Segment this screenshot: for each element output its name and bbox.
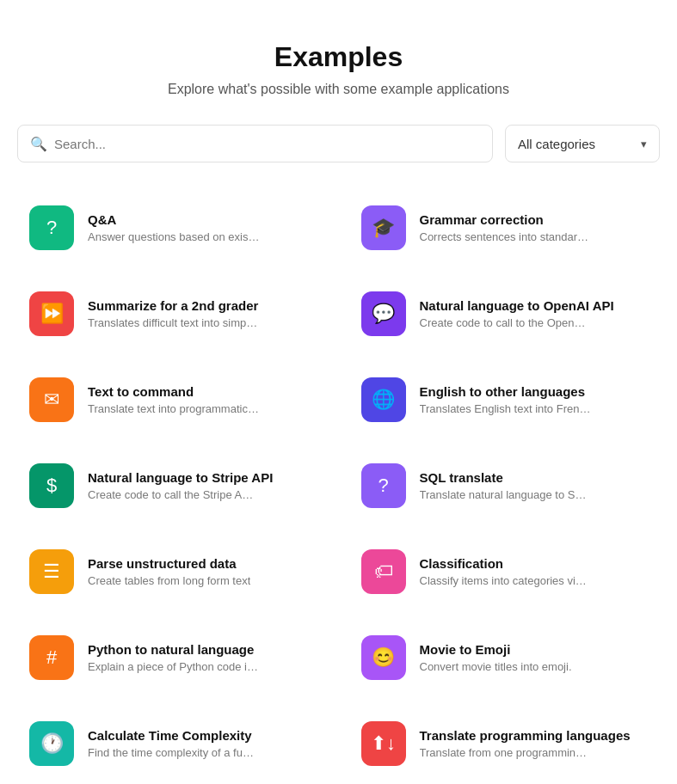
example-card-translate-prog[interactable]: ⬆↓Translate programming languagesTransla…	[349, 706, 661, 781]
category-filter-dropdown[interactable]: All categories ▾	[505, 125, 660, 162]
example-desc-nl-openai: Create code to call to the OpenAI API us…	[420, 316, 592, 329]
example-title-python-nl: Python to natural language	[88, 642, 260, 657]
example-icon-english-lang: 🌐	[361, 377, 406, 422]
example-desc-sql-translate: Translate natural language to SQL querie…	[420, 488, 592, 501]
example-icon-parse-data: ☰	[29, 549, 74, 594]
example-card-movie-emoji[interactable]: 😊Movie to EmojiConvert movie titles into…	[349, 620, 661, 695]
example-desc-qa: Answer questions based on existing knowl…	[88, 230, 260, 243]
example-text-qa: Q&AAnswer questions based on existing kn…	[88, 212, 260, 243]
example-card-sql-translate[interactable]: ?SQL translateTranslate natural language…	[349, 448, 661, 524]
example-desc-parse-data: Create tables from long form text	[88, 574, 250, 587]
example-title-sql-translate: SQL translate	[420, 470, 592, 485]
example-desc-movie-emoji: Convert movie titles into emoji.	[420, 660, 572, 673]
search-box[interactable]: 🔍	[17, 125, 493, 162]
example-text-sql-translate: SQL translateTranslate natural language …	[420, 470, 592, 501]
example-icon-nl-openai: 💬	[361, 291, 406, 336]
example-desc-summarize: Translates difficult text into simpler c…	[88, 316, 260, 329]
example-icon-sql-translate: ?	[361, 463, 406, 508]
example-text-summarize: Summarize for a 2nd graderTranslates dif…	[88, 298, 260, 329]
example-text-time-complexity: Calculate Time ComplexityFind the time c…	[88, 728, 260, 759]
example-text-text-command: Text to commandTranslate text into progr…	[88, 384, 260, 415]
example-text-python-nl: Python to natural languageExplain a piec…	[88, 642, 260, 673]
example-card-qa[interactable]: ?Q&AAnswer questions based on existing k…	[17, 190, 329, 266]
example-title-nl-openai: Natural language to OpenAI API	[420, 298, 614, 313]
example-title-parse-data: Parse unstructured data	[88, 556, 250, 571]
example-text-grammar: Grammar correctionCorrects sentences int…	[420, 212, 592, 243]
example-icon-time-complexity: 🕐	[29, 721, 74, 766]
example-text-nl-openai: Natural language to OpenAI APICreate cod…	[420, 298, 614, 329]
page-header: Examples Explore what's possible with so…	[17, 0, 660, 125]
example-card-python-nl[interactable]: #Python to natural languageExplain a pie…	[17, 620, 329, 695]
example-card-english-lang[interactable]: 🌐English to other languagesTranslates En…	[349, 362, 661, 438]
example-title-grammar: Grammar correction	[420, 212, 592, 227]
example-title-qa: Q&A	[88, 212, 260, 227]
search-input[interactable]	[54, 137, 480, 151]
example-desc-text-command: Translate text into programmatic command…	[88, 402, 260, 415]
example-desc-grammar: Corrects sentences into standard English…	[420, 230, 592, 243]
example-icon-summarize: ⏩	[29, 291, 74, 336]
example-desc-english-lang: Translates English text into French, Spa…	[420, 402, 592, 415]
example-card-classification[interactable]: 🏷ClassificationClassify items into categ…	[349, 534, 661, 609]
search-icon: 🔍	[30, 136, 47, 152]
example-desc-python-nl: Explain a piece of Python code in human …	[88, 660, 260, 673]
example-icon-translate-prog: ⬆↓	[361, 721, 406, 766]
example-text-english-lang: English to other languagesTranslates Eng…	[420, 384, 592, 415]
example-card-parse-data[interactable]: ☰Parse unstructured dataCreate tables fr…	[17, 534, 329, 609]
example-title-classification: Classification	[420, 556, 592, 571]
example-icon-classification: 🏷	[361, 549, 406, 594]
example-text-parse-data: Parse unstructured dataCreate tables fro…	[88, 556, 250, 587]
example-icon-nl-stripe: $	[29, 463, 74, 508]
example-card-summarize[interactable]: ⏩Summarize for a 2nd graderTranslates di…	[17, 276, 329, 352]
example-icon-grammar: 🎓	[361, 205, 406, 250]
page-subtitle: Explore what's possible with some exampl…	[17, 82, 660, 97]
example-icon-python-nl: #	[29, 635, 74, 680]
example-text-nl-stripe: Natural language to Stripe APICreate cod…	[88, 470, 273, 501]
example-card-time-complexity[interactable]: 🕐Calculate Time ComplexityFind the time …	[17, 706, 329, 781]
example-title-translate-prog: Translate programming languages	[420, 728, 631, 743]
example-card-nl-openai[interactable]: 💬Natural language to OpenAI APICreate co…	[349, 276, 661, 352]
example-desc-classification: Classify items into categories via examp…	[420, 574, 592, 587]
example-card-nl-stripe[interactable]: $Natural language to Stripe APICreate co…	[17, 448, 329, 524]
example-desc-time-complexity: Find the time complexity of a function.	[88, 746, 260, 759]
example-icon-movie-emoji: 😊	[361, 635, 406, 680]
search-filter-row: 🔍 All categories ▾	[17, 125, 660, 162]
filter-label: All categories	[518, 137, 595, 151]
example-icon-qa: ?	[29, 205, 74, 250]
page-title: Examples	[17, 41, 660, 73]
example-card-text-command[interactable]: ✉Text to commandTranslate text into prog…	[17, 362, 329, 438]
example-title-movie-emoji: Movie to Emoji	[420, 642, 572, 657]
example-desc-translate-prog: Translate from one programming language …	[420, 746, 592, 759]
example-desc-nl-stripe: Create code to call the Stripe API using…	[88, 488, 260, 501]
example-title-time-complexity: Calculate Time Complexity	[88, 728, 260, 743]
example-text-translate-prog: Translate programming languagesTranslate…	[420, 728, 631, 759]
examples-grid: ?Q&AAnswer questions based on existing k…	[17, 190, 660, 784]
example-text-classification: ClassificationClassify items into catego…	[420, 556, 592, 587]
example-title-nl-stripe: Natural language to Stripe API	[88, 470, 273, 485]
example-title-english-lang: English to other languages	[420, 384, 592, 399]
example-title-text-command: Text to command	[88, 384, 260, 399]
example-icon-text-command: ✉	[29, 377, 74, 422]
example-card-grammar[interactable]: 🎓Grammar correctionCorrects sentences in…	[349, 190, 661, 266]
chevron-down-icon: ▾	[641, 138, 647, 150]
example-text-movie-emoji: Movie to EmojiConvert movie titles into …	[420, 642, 572, 673]
example-title-summarize: Summarize for a 2nd grader	[88, 298, 260, 313]
